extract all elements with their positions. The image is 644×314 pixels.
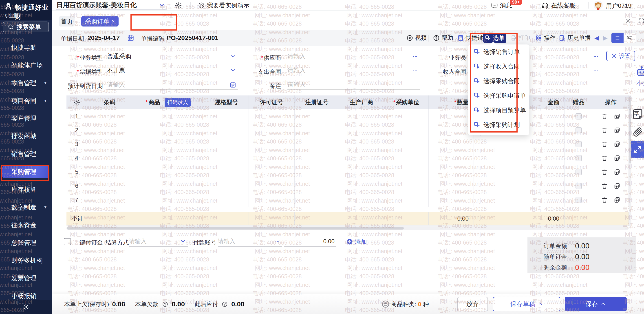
- table-cell[interactable]: [87, 151, 132, 165]
- delete-row-icon[interactable]: [601, 127, 608, 134]
- draft-note-icon[interactable]: [632, 108, 644, 120]
- table-cell[interactable]: [204, 193, 249, 207]
- save-button[interactable]: 保存: [565, 297, 627, 311]
- tab-purchase-order[interactable]: 采购订单 ×: [81, 16, 118, 26]
- expense-contract-input[interactable]: 请输入: [288, 66, 420, 75]
- table-cell[interactable]: [429, 110, 474, 123]
- table-cell[interactable]: [474, 165, 519, 179]
- table-cell[interactable]: [249, 123, 294, 137]
- table-cell[interactable]: [249, 193, 294, 207]
- table-cell[interactable]: [384, 110, 429, 123]
- sidebar-item-客户管理[interactable]: 客户管理: [0, 114, 52, 124]
- settle-method-select[interactable]: 请输入: [129, 236, 188, 246]
- table-cell[interactable]: [429, 179, 474, 193]
- sidebar-item-数字制造[interactable]: 数字制造▼: [0, 202, 52, 212]
- copy-row-icon[interactable]: [614, 127, 620, 134]
- table-cell[interactable]: [429, 123, 474, 137]
- gift-checkbox[interactable]: [576, 155, 582, 161]
- top-settings-icon[interactable]: [175, 2, 182, 9]
- more-dots-icon[interactable]: [592, 67, 599, 74]
- table-cell[interactable]: [294, 123, 339, 137]
- table-cell[interactable]: [132, 179, 204, 193]
- delete-row-icon[interactable]: [601, 169, 608, 176]
- table-cell[interactable]: [339, 123, 384, 137]
- tab-home[interactable]: 首页: [59, 16, 74, 26]
- horizontal-scrollbar[interactable]: [66, 226, 629, 230]
- fullscreen-icon[interactable]: [638, 18, 644, 24]
- discard-button[interactable]: 放弃: [457, 297, 488, 311]
- table-cell[interactable]: [339, 110, 384, 123]
- table-cell[interactable]: [87, 123, 132, 137]
- table-cell[interactable]: [429, 165, 474, 179]
- help-button[interactable]: 帮助: [433, 34, 453, 42]
- table-cell[interactable]: [519, 137, 564, 151]
- sidebar-item-采购管理[interactable]: 采购管理: [2, 165, 50, 178]
- pay-account-input[interactable]: 请输入: [218, 236, 282, 246]
- table-cell[interactable]: [519, 179, 564, 193]
- table-cell[interactable]: [87, 179, 132, 193]
- support-button[interactable]: 在线客服: [542, 1, 575, 10]
- table-cell[interactable]: [204, 151, 249, 165]
- next-doc-icon[interactable]: ▶: [603, 34, 608, 42]
- table-cell[interactable]: [294, 179, 339, 193]
- table-cell[interactable]: [204, 165, 249, 179]
- menu-item-选择项目预算单[interactable]: 选择项目预算单: [468, 103, 529, 118]
- table-cell[interactable]: [294, 165, 339, 179]
- table-cell[interactable]: [249, 137, 294, 151]
- table-cell[interactable]: [132, 137, 204, 151]
- vertical-scrollbar[interactable]: [629, 96, 632, 226]
- add-payment-button[interactable]: 添加: [346, 238, 367, 246]
- table-cell[interactable]: [204, 123, 249, 137]
- table-cell[interactable]: [384, 137, 429, 151]
- table-cell[interactable]: [339, 165, 384, 179]
- table-cell[interactable]: [474, 137, 519, 151]
- table-cell[interactable]: [249, 165, 294, 179]
- sidebar-item-财务多机构[interactable]: 财务多机构: [0, 256, 52, 266]
- copy-row-icon[interactable]: [614, 155, 620, 162]
- card-view-button[interactable]: [624, 33, 636, 43]
- gift-checkbox[interactable]: [576, 197, 582, 203]
- quick-deposit-checkbox[interactable]: [64, 238, 71, 245]
- calendar-icon[interactable]: [127, 34, 134, 42]
- sidebar-item-总账管理[interactable]: 总账管理: [0, 238, 52, 248]
- select-doc-button[interactable]: 选单: [483, 33, 506, 43]
- arrival-date-input[interactable]: 请输入: [107, 80, 238, 90]
- hotkey-button[interactable]: 快捷键: [457, 34, 483, 42]
- menu-item-选择收入合同[interactable]: 选择收入合同: [468, 59, 529, 74]
- table-cell[interactable]: [249, 151, 294, 165]
- settings-button[interactable]: 设置: [606, 51, 635, 61]
- question-icon[interactable]: [222, 301, 228, 307]
- table-cell[interactable]: [132, 193, 204, 207]
- table-cell[interactable]: [339, 151, 384, 165]
- delete-row-icon[interactable]: [601, 196, 608, 203]
- sidebar-item-批发商城[interactable]: 批发商城: [0, 132, 52, 141]
- close-icon[interactable]: [625, 17, 632, 24]
- menu-item-选择采购申请单[interactable]: 选择采购申请单: [468, 88, 529, 103]
- sidebar-item-快捷导航[interactable]: 快捷导航: [0, 43, 52, 52]
- avatar[interactable]: [593, 0, 603, 10]
- table-cell[interactable]: [204, 137, 249, 151]
- scan-entry-button[interactable]: 扫码录入: [164, 98, 191, 107]
- table-cell[interactable]: [87, 165, 132, 179]
- table-cell[interactable]: [249, 179, 294, 193]
- copy-row-icon[interactable]: [614, 182, 620, 189]
- table-cell[interactable]: [339, 179, 384, 193]
- table-cell[interactable]: [384, 193, 429, 207]
- sidebar-search-input[interactable]: 搜索菜单: [3, 22, 49, 32]
- table-cell[interactable]: [294, 137, 339, 151]
- deposit-amount-input[interactable]: 0.00: [284, 236, 336, 246]
- account-selector[interactable]: 日用百货演示账套-美妆日化: [56, 1, 167, 10]
- expand-panel-button[interactable]: [631, 141, 644, 158]
- delete-row-icon[interactable]: [601, 155, 608, 162]
- table-cell[interactable]: [87, 137, 132, 151]
- table-cell[interactable]: [384, 179, 429, 193]
- sidebar-item-销售管理[interactable]: 销售管理: [0, 149, 52, 159]
- user-name[interactable]: 用户0719: [606, 2, 632, 10]
- gift-checkbox[interactable]: [576, 141, 582, 147]
- table-cell[interactable]: [429, 137, 474, 151]
- table-cell[interactable]: [474, 193, 519, 207]
- copy-row-icon[interactable]: [614, 169, 620, 176]
- biz-type-select[interactable]: 普通采购: [107, 52, 238, 61]
- operations-button[interactable]: 操作: [535, 34, 556, 42]
- table-cell[interactable]: [249, 110, 294, 123]
